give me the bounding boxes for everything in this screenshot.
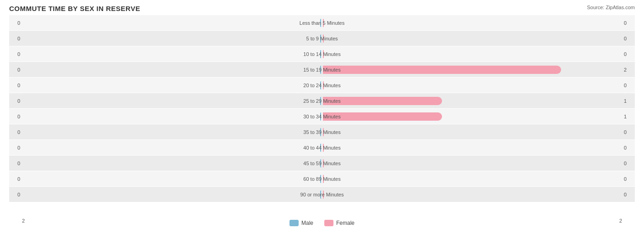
female-bar	[323, 190, 324, 199]
bars-center: 35 to 39 Minutes	[22, 124, 622, 140]
chart-row: 0 20 to 24 Minutes 0	[9, 78, 635, 93]
male-bar-container	[22, 127, 322, 137]
male-bar	[320, 81, 321, 89]
right-value: 0	[622, 20, 635, 26]
chart-row: 0 60 to 89 Minutes 0	[9, 171, 635, 186]
female-bar	[323, 97, 442, 105]
female-swatch	[324, 220, 333, 226]
bottom-axis: 2 Male Female 2	[9, 218, 635, 226]
chart-row: 0 Less than 5 Minutes 0	[9, 15, 635, 30]
bars-center: Less than 5 Minutes	[22, 15, 622, 30]
female-bar	[323, 81, 324, 89]
bottom-left-label: 2	[22, 218, 25, 226]
chart-row: 0 90 or more Minutes 0	[9, 187, 635, 202]
female-bar	[323, 66, 561, 74]
male-bar	[320, 159, 321, 167]
female-bar-container	[322, 80, 622, 90]
male-bar-container	[22, 49, 322, 59]
male-bar	[320, 97, 321, 105]
left-value: 0	[9, 192, 22, 197]
male-swatch	[289, 220, 299, 226]
female-bar-container	[322, 112, 622, 122]
legend-female: Female	[324, 220, 355, 226]
bars-center: 20 to 24 Minutes	[22, 78, 622, 93]
female-bar-container	[322, 158, 622, 168]
chart-row: 0 35 to 39 Minutes 0	[9, 124, 635, 140]
female-bar	[323, 128, 324, 136]
female-bar	[323, 19, 324, 27]
male-bar	[320, 190, 321, 199]
female-bar	[323, 112, 442, 121]
legend: Male Female	[289, 220, 355, 226]
male-bar	[320, 144, 321, 152]
left-value: 0	[9, 176, 22, 182]
female-bar	[323, 144, 324, 152]
female-bar-container	[322, 65, 622, 75]
chart-row: 0 25 to 29 Minutes 1	[9, 93, 635, 108]
male-bar	[320, 19, 321, 27]
male-bar-container	[22, 18, 322, 28]
female-bar-container	[322, 49, 622, 59]
chart-row: 0 30 to 34 Minutes 1	[9, 109, 635, 124]
female-bar	[323, 34, 324, 43]
right-value: 0	[622, 192, 635, 197]
left-value: 0	[9, 83, 22, 88]
female-bar-container	[322, 18, 622, 28]
right-value: 0	[622, 161, 635, 166]
male-bar-container	[22, 65, 322, 75]
left-value: 0	[9, 67, 22, 73]
male-bar-container	[22, 190, 322, 200]
left-value: 0	[9, 36, 22, 41]
male-bar	[320, 50, 321, 58]
right-value: 0	[622, 145, 635, 151]
male-bar-container	[22, 158, 322, 168]
bottom-right-label: 2	[619, 218, 622, 226]
legend-male: Male	[289, 220, 313, 226]
chart-container: COMMUTE TIME BY SEX IN RESERVE Source: Z…	[0, 0, 644, 240]
right-value: 0	[622, 51, 635, 57]
left-value: 0	[9, 129, 22, 135]
right-value: 0	[622, 83, 635, 88]
male-bar	[320, 34, 321, 43]
bars-center: 5 to 9 Minutes	[22, 31, 622, 46]
female-bar-container	[322, 143, 622, 153]
chart-row: 0 40 to 44 Minutes 0	[9, 140, 635, 155]
bars-center: 60 to 89 Minutes	[22, 171, 622, 186]
female-bar-container	[322, 190, 622, 200]
left-value: 0	[9, 20, 22, 26]
male-bar	[320, 128, 321, 136]
right-value: 1	[622, 98, 635, 104]
bars-center: 25 to 29 Minutes	[22, 93, 622, 108]
bars-center: 15 to 19 Minutes	[22, 62, 622, 77]
male-bar-container	[22, 174, 322, 184]
male-bar-container	[22, 96, 322, 106]
chart-row: 0 45 to 59 Minutes 0	[9, 156, 635, 171]
source-label: Source: ZipAtlas.com	[587, 5, 635, 10]
bars-center: 90 or more Minutes	[22, 187, 622, 202]
chart-row: 0 15 to 19 Minutes 2	[9, 62, 635, 77]
female-bar	[323, 159, 324, 167]
male-label: Male	[301, 220, 313, 226]
male-bar-container	[22, 143, 322, 153]
female-bar	[323, 50, 324, 58]
right-value: 0	[622, 176, 635, 182]
left-value: 0	[9, 114, 22, 119]
right-value: 1	[622, 114, 635, 119]
female-bar-container	[322, 96, 622, 106]
male-bar-container	[22, 80, 322, 90]
chart-area: 0 Less than 5 Minutes 0 0 5 to 9 Minutes	[9, 15, 635, 217]
right-value: 0	[622, 129, 635, 135]
female-bar-container	[322, 127, 622, 137]
bars-center: 40 to 44 Minutes	[22, 140, 622, 155]
male-bar	[320, 175, 321, 183]
left-value: 0	[9, 98, 22, 104]
chart-row: 0 5 to 9 Minutes 0	[9, 31, 635, 46]
female-bar	[323, 175, 324, 183]
male-bar	[320, 112, 321, 121]
chart-title: COMMUTE TIME BY SEX IN RESERVE	[9, 5, 635, 12]
female-bar-container	[322, 174, 622, 184]
female-label: Female	[336, 220, 355, 226]
bars-center: 30 to 34 Minutes	[22, 109, 622, 124]
right-value: 2	[622, 67, 635, 73]
left-value: 0	[9, 161, 22, 166]
